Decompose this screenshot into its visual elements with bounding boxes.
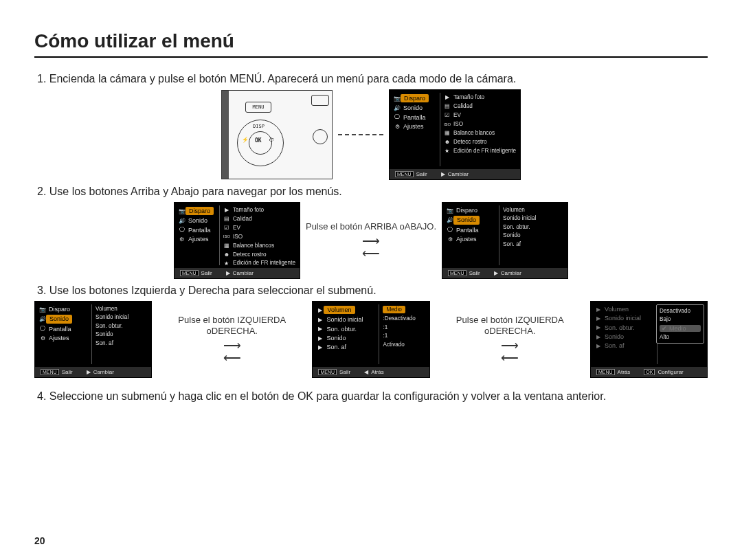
menu-item-pantalla: Pantalla <box>403 114 426 121</box>
submenu-tamano: Tamaño foto <box>453 94 484 100</box>
camera-ok-label: OK <box>255 137 262 144</box>
opt-desactivado: Desactivado <box>660 308 690 314</box>
tri-icon: ▶ <box>595 343 602 350</box>
footer-atras-2: Atrás <box>618 369 631 375</box>
display-icon: 🖵 <box>179 227 186 234</box>
submenu-iso: ISO <box>233 234 243 240</box>
menu-item-pantalla: Pantalla <box>188 227 211 234</box>
submenu-sonido-inicial-dim: Sonido inicial <box>605 315 641 322</box>
submenu-volumen-sel: Volumen <box>324 306 355 314</box>
step-1-figure-row: MENU DISP OK ⚡ ⏱ 📷Disparo 🔊Sonido 🖵Panta… <box>34 89 708 180</box>
value-medio-sel: Medio <box>383 306 405 313</box>
camera-right-button <box>313 129 328 144</box>
arrow-up-down: Pulse el botón ARRIBA oABAJO. ⟶⟵ <box>306 221 436 260</box>
footer-salir: Salir <box>339 369 350 375</box>
submenu-edicion: Edición de FR inteligente <box>233 260 295 266</box>
menu-item-pantalla: Pantalla <box>49 326 71 333</box>
submenu-edicion: Edición de FR inteligente <box>453 148 516 154</box>
step-4-text: 4. Seleccione un submenú y haga clic en … <box>37 390 708 403</box>
submenu-sonido-inicial: Sonido inicial <box>326 316 363 323</box>
star-icon: ★ <box>444 148 451 155</box>
speaker-icon: 🔊 <box>447 217 453 224</box>
menu-item-ajustes: Ajustes <box>188 236 209 243</box>
menu-item-disparo: Disparo <box>401 94 429 102</box>
submenu-sonido-inicial: Sonido inicial <box>95 314 128 320</box>
menu-item-sonido: Sonido <box>403 104 423 111</box>
menu-item-ajustes: Ajustes <box>403 123 424 130</box>
submenu-balance: Balance blancos <box>233 243 274 249</box>
menu-item-ajustes: Ajustes <box>456 236 477 243</box>
tri-icon: ▶ <box>595 306 602 313</box>
arrow-left-right-2: Pulse el botón IZQUIERDA oDERECHA. ⟶⟵ <box>436 315 585 365</box>
speaker-icon: 🔊 <box>179 218 186 225</box>
menu-item-disparo: Disparo <box>186 207 214 215</box>
tri-icon: ▶ <box>87 369 91 375</box>
menu-item-disparo: Disparo <box>456 207 477 214</box>
camera-icon: 📷 <box>39 306 46 313</box>
tri-icon: ▶ <box>317 317 324 324</box>
submenu-volumen: Volumen <box>503 207 525 213</box>
footer-cambiar: Cambiar <box>501 270 521 276</box>
star-icon: ★ <box>223 260 230 267</box>
tri-icon: ▶ <box>444 94 451 101</box>
arrow-lr-caption-1: Pulse el botón IZQUIERDA oDERECHA. <box>157 315 306 337</box>
face-icon: ☻ <box>223 251 230 258</box>
menu-key: MENU <box>448 270 466 276</box>
page-number: 20 <box>34 535 45 546</box>
menu-key: MENU <box>395 171 414 177</box>
menu-key: MENU <box>318 369 337 375</box>
footer-salir: Salir <box>469 270 480 276</box>
screen-sonido-menu: 📷Disparo 🔊Sonido 🖵Pantalla ⚙Ajustes Volu… <box>442 202 568 279</box>
submenu-ev: EV <box>453 112 461 118</box>
submenu-son-af: Son. af <box>326 344 346 350</box>
wb-icon: ▦ <box>444 130 451 137</box>
opt-bajo: Bajo <box>660 316 671 322</box>
footer-atras: Atrás <box>371 369 384 375</box>
footer-salir: Salir <box>416 171 427 177</box>
menu-item-disparo: Disparo <box>49 306 70 313</box>
menu-item-sonido: Sonido <box>46 315 72 323</box>
value-desactivado: :Desactivado <box>383 315 415 322</box>
menu-item-sonido: Sonido <box>188 217 207 224</box>
camera-menu-button: MENU <box>245 102 271 113</box>
footer-salir: Salir <box>201 270 212 276</box>
gear-icon: ⚙ <box>394 123 401 130</box>
menu-key: MENU <box>596 369 615 375</box>
submenu-son-af: Son. af <box>503 241 521 247</box>
tri-icon: ▶ <box>595 333 602 340</box>
value-uno-1: :1 <box>383 324 387 331</box>
camera-disp-label: DISP <box>253 124 265 129</box>
tri-icon: ▶ <box>223 207 230 214</box>
submenu-son-obtur-dim: Son. obtur. <box>605 324 635 331</box>
tri-icon: ▶ <box>441 171 445 177</box>
iso-icon: ISO <box>444 121 451 128</box>
options-popup: Desactivado Bajo ✔Medio Alto <box>656 304 704 344</box>
tri-icon: ▶ <box>595 315 602 322</box>
submenu-iso: ISO <box>453 121 463 127</box>
tri-icon: ▶ <box>317 326 324 333</box>
display-icon: 🖵 <box>394 114 401 121</box>
page-title: Cómo utilizar el menú <box>34 30 708 58</box>
tri-icon: ▶ <box>494 270 498 276</box>
submenu-detecc: Detecc rostro <box>233 251 267 258</box>
submenu-balance: Balance blancos <box>453 130 495 136</box>
opt-alto: Alto <box>660 334 669 340</box>
footer-config: Configurar <box>657 369 683 375</box>
submenu-son-af: Son. af <box>95 340 113 346</box>
submenu-sonido-inicial: Sonido inicial <box>503 215 536 221</box>
check-icon: ✔ <box>662 325 667 332</box>
step-2-figure-row: 📷Disparo 🔊Sonido 🖵Pantalla ⚙Ajustes ▶Tam… <box>34 202 708 279</box>
screen-disparo-menu: 📷Disparo 🔊Sonido 🖵Pantalla ⚙Ajustes ▶Tam… <box>389 89 521 180</box>
ev-icon: ☑ <box>444 112 451 119</box>
speaker-icon: 🔊 <box>39 316 46 323</box>
menu-item-ajustes: Ajustes <box>49 335 69 341</box>
display-icon: 🖵 <box>39 326 46 333</box>
screen-sonido-values: ▶Volumen ▶Sonido inicial ▶Son. obtur. ▶S… <box>312 301 429 378</box>
menu-key: MENU <box>180 270 199 276</box>
face-icon: ☻ <box>444 139 451 146</box>
ok-key: OK <box>644 369 655 375</box>
submenu-sonido: Sonido <box>326 335 346 341</box>
value-uno-2: :1 <box>383 333 387 339</box>
tri-icon: ▶ <box>317 306 324 313</box>
tri-icon: ▶ <box>595 324 602 331</box>
